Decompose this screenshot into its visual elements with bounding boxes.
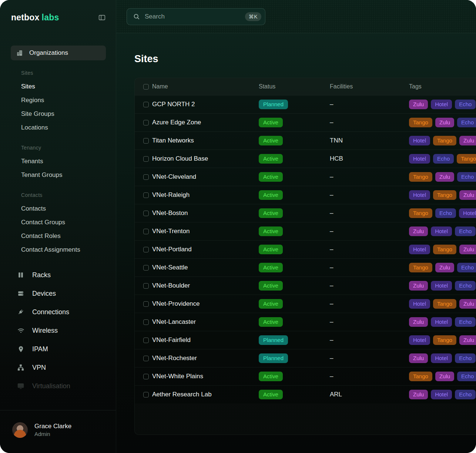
sidebar-item-tenant-groups[interactable]: Tenant Groups xyxy=(21,168,108,182)
tag-echo[interactable]: Echo xyxy=(455,226,476,236)
tag-hotel[interactable]: Hotel xyxy=(409,136,430,145)
tag-hotel[interactable]: Hotel xyxy=(459,208,476,218)
sidebar-item-contacts[interactable]: Contacts xyxy=(21,202,108,215)
row-checkbox[interactable] xyxy=(143,102,149,107)
sidebar-item-contact-assignments[interactable]: Contact Assignments xyxy=(21,243,108,256)
row-checkbox[interactable] xyxy=(143,338,149,343)
tag-zulu[interactable]: Zulu xyxy=(435,372,454,381)
tag-tango[interactable]: Tango xyxy=(409,172,432,182)
tag-hotel[interactable]: Hotel xyxy=(431,390,452,399)
site-name[interactable]: Aether Research Lab xyxy=(152,391,259,398)
tag-echo[interactable]: Echo xyxy=(455,100,476,109)
tag-zulu[interactable]: Zulu xyxy=(459,335,476,345)
tag-tango[interactable]: Tango xyxy=(409,372,432,381)
tag-hotel[interactable]: Hotel xyxy=(431,317,452,327)
site-name[interactable]: GCP NORTH 2 xyxy=(152,101,259,108)
row-checkbox[interactable] xyxy=(143,174,149,180)
site-name[interactable]: VNet-Raleigh xyxy=(152,191,259,199)
tag-hotel[interactable]: Hotel xyxy=(409,154,430,164)
tag-echo[interactable]: Echo xyxy=(457,172,476,182)
tag-echo[interactable]: Echo xyxy=(455,390,476,399)
column-header-status[interactable]: Status xyxy=(259,83,330,90)
tag-echo[interactable]: Echo xyxy=(457,372,476,381)
row-checkbox[interactable] xyxy=(143,120,149,125)
tag-zulu[interactable]: Zulu xyxy=(459,299,476,309)
tag-hotel[interactable]: Hotel xyxy=(431,353,452,363)
tag-zulu[interactable]: Zulu xyxy=(459,136,476,145)
tag-zulu[interactable]: Zulu xyxy=(459,245,476,254)
row-checkbox[interactable] xyxy=(143,247,149,252)
site-name[interactable]: VNet-Boston xyxy=(152,209,259,217)
site-name[interactable]: VNet-White Plains xyxy=(152,373,259,380)
row-checkbox[interactable] xyxy=(143,392,149,397)
sidebar-item-contact-groups[interactable]: Contact Groups xyxy=(21,215,108,229)
site-name[interactable]: VNet-Seattle xyxy=(152,264,259,271)
sidebar-item-tenants[interactable]: Tenants xyxy=(21,154,108,168)
tag-tango[interactable]: Tango xyxy=(409,118,432,127)
column-header-tags[interactable]: Tags xyxy=(409,83,476,90)
row-checkbox[interactable] xyxy=(143,192,149,198)
tag-hotel[interactable]: Hotel xyxy=(409,335,430,345)
tag-tango[interactable]: Tango xyxy=(409,208,432,218)
sidebar-item-racks[interactable]: Racks xyxy=(0,266,116,284)
site-name[interactable]: Azure Edge Zone xyxy=(152,119,259,126)
row-checkbox[interactable] xyxy=(143,374,149,379)
tag-zulu[interactable]: Zulu xyxy=(409,317,428,327)
tag-echo[interactable]: Echo xyxy=(455,353,476,363)
site-name[interactable]: VNet-Boulder xyxy=(152,282,259,289)
sidebar-item-regions[interactable]: Regions xyxy=(21,93,108,107)
site-name[interactable]: VNet-Rochester xyxy=(152,355,259,362)
column-header-name[interactable]: Name xyxy=(152,83,259,90)
sidebar-item-contact-roles[interactable]: Contact Roles xyxy=(21,229,108,243)
sidebar-item-locations[interactable]: Locations xyxy=(21,121,108,134)
sidebar-item-devices[interactable]: Devices xyxy=(0,284,116,303)
tag-zulu[interactable]: Zulu xyxy=(435,263,454,272)
site-name[interactable]: Horizon Cloud Base xyxy=(152,155,259,162)
tag-zulu[interactable]: Zulu xyxy=(459,190,476,200)
sidebar-item-site-groups[interactable]: Site Groups xyxy=(21,107,108,121)
column-header-facilities[interactable]: Facilities xyxy=(330,83,409,90)
row-checkbox[interactable] xyxy=(143,138,149,144)
tag-zulu[interactable]: Zulu xyxy=(409,353,428,363)
tag-echo[interactable]: Echo xyxy=(433,154,454,164)
tag-tango[interactable]: Tango xyxy=(433,190,456,200)
tag-hotel[interactable]: Hotel xyxy=(409,245,430,254)
tag-tango[interactable]: Tango xyxy=(433,136,456,145)
tag-zulu[interactable]: Zulu xyxy=(435,118,454,127)
tag-zulu[interactable]: Zulu xyxy=(409,226,428,236)
user-profile[interactable]: Grace Clarke Admin xyxy=(0,410,116,453)
tag-tango[interactable]: Tango xyxy=(433,299,456,309)
sidebar-item-ipam[interactable]: IPAM xyxy=(0,340,116,358)
tag-hotel[interactable]: Hotel xyxy=(431,226,452,236)
site-name[interactable]: VNet-Fairfield xyxy=(152,336,259,344)
tag-zulu[interactable]: Zulu xyxy=(409,281,428,291)
tag-hotel[interactable]: Hotel xyxy=(431,100,452,109)
tag-hotel[interactable]: Hotel xyxy=(409,299,430,309)
row-checkbox[interactable] xyxy=(143,211,149,216)
tag-hotel[interactable]: Hotel xyxy=(431,281,452,291)
sidebar-item-sites[interactable]: Sites xyxy=(21,80,108,93)
search-input[interactable]: Search ⌘K xyxy=(127,8,265,25)
tag-hotel[interactable]: Hotel xyxy=(409,190,430,200)
row-checkbox[interactable] xyxy=(143,301,149,307)
tag-echo[interactable]: Echo xyxy=(455,317,476,327)
site-name[interactable]: VNet-Lancaster xyxy=(152,318,259,326)
select-all-checkbox[interactable] xyxy=(143,84,149,90)
site-name[interactable]: VNet-Cleveland xyxy=(152,173,259,181)
row-checkbox[interactable] xyxy=(143,229,149,234)
sidebar-item-wireless[interactable]: Wireless xyxy=(0,321,116,340)
site-name[interactable]: VNet-Providence xyxy=(152,300,259,308)
site-name[interactable]: VNet-Trenton xyxy=(152,228,259,235)
tag-zulu[interactable]: Zulu xyxy=(435,172,454,182)
row-checkbox[interactable] xyxy=(143,356,149,361)
tag-tango[interactable]: Tango xyxy=(433,245,456,254)
tag-zulu[interactable]: Zulu xyxy=(409,390,428,399)
tag-echo[interactable]: Echo xyxy=(457,263,476,272)
site-name[interactable]: VNet-Portland xyxy=(152,246,259,253)
site-name[interactable]: Titan Networks xyxy=(152,137,259,144)
tag-tango[interactable]: Tango xyxy=(409,263,432,272)
sidebar-item-vpn[interactable]: VPN xyxy=(0,358,116,377)
row-checkbox[interactable] xyxy=(143,156,149,162)
tag-tango[interactable]: Tango xyxy=(433,335,456,345)
row-checkbox[interactable] xyxy=(143,283,149,289)
